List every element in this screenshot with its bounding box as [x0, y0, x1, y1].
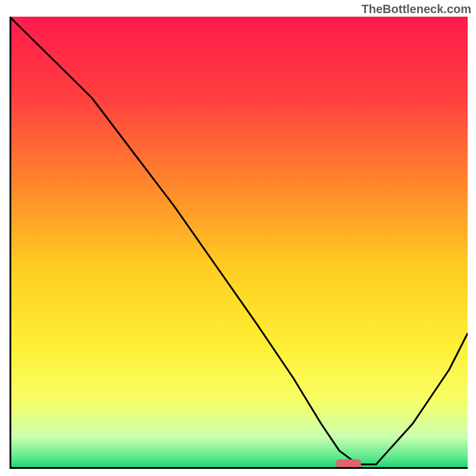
watermark-text: TheBottleneck.com — [362, 2, 471, 16]
target-marker — [336, 459, 361, 468]
bottleneck-chart — [10, 17, 468, 469]
